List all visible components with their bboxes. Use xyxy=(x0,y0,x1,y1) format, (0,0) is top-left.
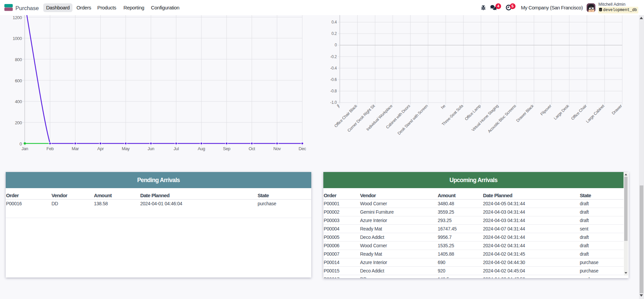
svg-text:Office Chair: Office Chair xyxy=(570,103,588,121)
svg-text:Nov: Nov xyxy=(273,146,281,151)
svg-text:Office Lamp: Office Lamp xyxy=(464,103,482,122)
svg-text:Mar: Mar xyxy=(72,146,79,151)
svg-text:Large Desk: Large Desk xyxy=(553,103,570,121)
svg-text:Large Cabinet: Large Cabinet xyxy=(585,103,605,124)
svg-text:Drawer: Drawer xyxy=(611,103,623,116)
svg-text:0.4: 0.4 xyxy=(331,20,337,25)
svg-text:400: 400 xyxy=(15,99,22,104)
svg-text:Desk Stand with Screen: Desk Stand with Screen xyxy=(397,103,429,136)
svg-text:-0.6: -0.6 xyxy=(330,77,337,82)
svg-text:-1.0: -1.0 xyxy=(330,100,337,105)
svg-text:Flipover: Flipover xyxy=(539,103,552,117)
svg-text:Dec: Dec xyxy=(299,146,306,151)
svg-text:0.2: 0.2 xyxy=(331,31,337,36)
svg-text:May: May xyxy=(122,146,130,151)
svg-text:0: 0 xyxy=(335,43,337,47)
svg-text:Sep: Sep xyxy=(223,146,230,151)
svg-text:Feb: Feb xyxy=(47,146,54,151)
svg-text:-0.4: -0.4 xyxy=(330,66,337,71)
svg-text:-0.8: -0.8 xyxy=(330,89,337,93)
svg-text:0: 0 xyxy=(19,141,22,146)
svg-text:Drawer Black: Drawer Black xyxy=(515,103,535,123)
svg-text:-0.2: -0.2 xyxy=(330,54,337,59)
svg-text:Apr: Apr xyxy=(97,146,104,151)
svg-text:800: 800 xyxy=(15,57,22,62)
svg-text:600: 600 xyxy=(15,78,22,83)
svg-text:Oct: Oct xyxy=(249,146,255,151)
svg-text:Jun: Jun xyxy=(148,146,154,151)
svg-text:200: 200 xyxy=(15,120,22,125)
svg-text:Aug: Aug xyxy=(198,146,205,151)
svg-text:Jan: Jan xyxy=(21,146,28,151)
svg-text:Jul: Jul xyxy=(173,146,179,151)
svg-text:1000: 1000 xyxy=(13,36,22,41)
svg-text:1200: 1200 xyxy=(13,15,22,20)
svg-text:jf: jf xyxy=(336,103,341,109)
